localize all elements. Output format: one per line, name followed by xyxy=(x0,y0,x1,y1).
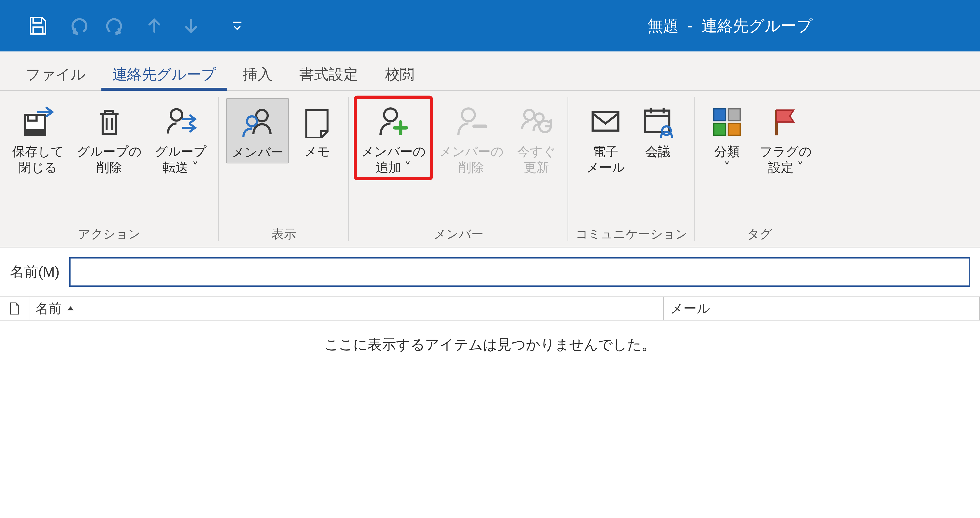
svg-rect-12 xyxy=(593,112,619,131)
flag-icon xyxy=(766,102,805,142)
ribbon-group-tags: 分類 ˅ フラグの 設定 ˅ タグ xyxy=(695,91,824,247)
group-label: メンバー xyxy=(434,224,484,244)
people-refresh-icon xyxy=(517,102,556,142)
tab-format[interactable]: 書式設定 xyxy=(286,57,372,90)
svg-rect-3 xyxy=(25,129,45,135)
name-field-row: 名前(M) xyxy=(0,247,980,296)
svg-rect-15 xyxy=(714,109,726,121)
button-label: 会議 xyxy=(645,143,671,159)
name-field-label: 名前(M) xyxy=(10,263,59,282)
save-and-close-button[interactable]: 保存して 閉じる xyxy=(7,98,68,178)
members-icon xyxy=(238,103,277,142)
window-title: 無題 - 連絡先グループ xyxy=(648,0,813,51)
svg-point-7 xyxy=(247,116,257,126)
ribbon-group-actions: 保存して 閉じる グループの 削除 xyxy=(0,91,219,247)
meeting-button[interactable]: 会議 xyxy=(633,98,682,162)
button-label: メンバーの 追加 ˅ xyxy=(361,143,426,175)
calendar-meeting-icon xyxy=(638,102,678,142)
categorize-button[interactable]: 分類 ˅ xyxy=(703,98,751,178)
tab-review[interactable]: 校閲 xyxy=(372,57,428,90)
remove-member-button: メンバーの 削除 xyxy=(434,98,509,178)
tab-contact-group[interactable]: 連絡先グループ xyxy=(99,57,229,90)
svg-point-8 xyxy=(384,108,397,121)
delete-group-button[interactable]: グループの 削除 xyxy=(72,98,146,178)
email-button[interactable]: 電子 メール xyxy=(581,98,630,178)
save-icon[interactable] xyxy=(27,15,49,37)
name-input[interactable] xyxy=(69,257,970,287)
person-remove-icon xyxy=(452,102,491,142)
button-label: 保存して 閉じる xyxy=(12,143,64,175)
svg-rect-0 xyxy=(33,18,41,23)
column-header-name[interactable]: 名前 xyxy=(29,297,664,320)
svg-rect-16 xyxy=(728,109,740,121)
arrow-down-icon[interactable] xyxy=(181,16,201,35)
title-bar: 無題 - 連絡先グループ xyxy=(0,0,980,51)
column-header-icon[interactable] xyxy=(0,297,29,320)
column-label: 名前 xyxy=(35,300,62,317)
group-label: コミュニケーション xyxy=(576,224,688,244)
svg-point-9 xyxy=(462,108,475,121)
notes-view-button[interactable]: メモ xyxy=(293,98,342,162)
button-label: メンバー xyxy=(232,144,283,160)
envelope-icon xyxy=(586,102,625,142)
member-list-header: 名前 メール xyxy=(0,296,980,320)
ribbon-group-show: メンバー メモ 表示 xyxy=(219,91,349,247)
svg-rect-1 xyxy=(33,27,43,34)
column-label: メール xyxy=(670,300,710,317)
members-view-button[interactable]: メンバー xyxy=(226,98,289,163)
tab-insert[interactable]: 挿入 xyxy=(229,57,286,90)
arrow-up-icon[interactable] xyxy=(145,16,164,35)
flag-button[interactable]: フラグの 設定 ˅ xyxy=(755,98,817,178)
note-icon xyxy=(298,102,337,142)
empty-list-message: ここに表示するアイテムは見つかりませんでした。 xyxy=(0,335,980,354)
quick-access-toolbar xyxy=(0,15,244,37)
member-list-body: ここに表示するアイテムは見つかりませんでした。 xyxy=(0,320,980,518)
save-close-icon xyxy=(18,102,57,142)
qat-customize-dropdown-icon[interactable] xyxy=(230,19,244,33)
ribbon-tabs: ファイル 連絡先グループ 挿入 書式設定 校閲 xyxy=(0,51,980,91)
svg-point-5 xyxy=(171,109,182,121)
trash-icon xyxy=(90,102,129,142)
button-label: 電子 メール xyxy=(586,143,625,175)
person-forward-icon xyxy=(161,102,200,142)
svg-point-6 xyxy=(256,110,268,121)
button-label: メモ xyxy=(304,143,330,159)
button-label: グループの 削除 xyxy=(77,143,142,175)
group-label: 表示 xyxy=(272,224,296,244)
group-label: アクション xyxy=(78,224,141,244)
svg-rect-13 xyxy=(645,110,670,132)
ribbon-body: 保存して 閉じる グループの 削除 xyxy=(0,91,980,247)
button-label: 分類 ˅ xyxy=(714,143,740,175)
ribbon-group-communication: 電子 メール 会議 コミュニケーション xyxy=(568,91,695,247)
svg-rect-18 xyxy=(728,123,740,135)
tab-file[interactable]: ファイル xyxy=(12,57,99,90)
column-header-mail[interactable]: メール xyxy=(664,297,980,320)
add-member-button[interactable]: メンバーの 追加 ˅ xyxy=(356,98,431,178)
button-label: メンバーの 削除 xyxy=(439,143,504,175)
button-label: フラグの 設定 ˅ xyxy=(760,143,812,175)
group-label: タグ xyxy=(747,224,772,244)
ribbon-group-members: メンバーの 追加 ˅ メンバーの 削除 xyxy=(349,91,568,247)
redo-icon[interactable] xyxy=(105,15,127,37)
forward-group-button[interactable]: グループ 転送 ˅ xyxy=(150,98,212,178)
undo-icon[interactable] xyxy=(66,15,88,37)
button-label: 今すぐ 更新 xyxy=(517,143,556,175)
svg-point-10 xyxy=(524,110,534,120)
update-now-button: 今すぐ 更新 xyxy=(512,98,561,178)
categorize-icon xyxy=(707,102,746,142)
person-add-icon xyxy=(374,102,413,142)
sort-asc-icon xyxy=(66,304,75,313)
button-label: グループ 転送 ˅ xyxy=(155,143,207,175)
svg-rect-17 xyxy=(714,123,726,135)
